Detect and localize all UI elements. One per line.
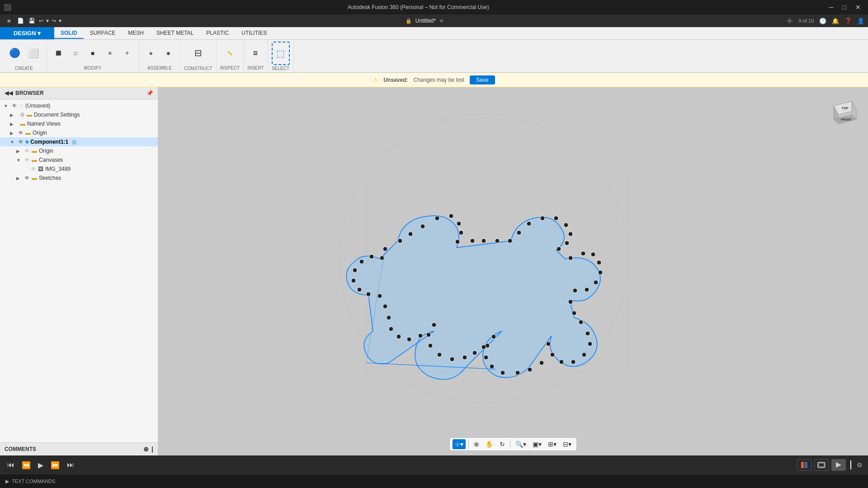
app-menu-icon[interactable]: ≡ (4, 18, 14, 24)
add-comment-btn[interactable]: ⊕ (143, 446, 149, 453)
tab-surface[interactable]: SURFACE (84, 28, 122, 39)
anim-first-btn[interactable]: ⏮ (5, 459, 16, 471)
browser-item-named-views-label: Named Views (27, 121, 61, 127)
tab-solid[interactable]: SOLID (54, 28, 84, 39)
user-icon[interactable]: 👤 (857, 18, 864, 24)
modify-btn2[interactable]: ◻ (67, 45, 84, 61)
help-icon[interactable]: ❓ (844, 18, 852, 24)
modify-btn4[interactable]: ⊕ (102, 45, 118, 61)
display-settings-btn[interactable]: ⊟▾ (561, 439, 574, 449)
pan-tool-btn[interactable]: ✋ (483, 439, 495, 449)
select-btn[interactable]: ⬚ (272, 42, 290, 65)
browser-item-doc-settings[interactable]: ▶ ⚙ ▬ Document Settings (0, 110, 158, 119)
redo-btn[interactable]: ↪ (50, 18, 58, 24)
view-box-btn[interactable]: ▣▾ (530, 439, 544, 449)
browser-item-origin2[interactable]: ▶ 👁 ▬ Origin (0, 146, 158, 155)
text-commands-bar[interactable]: ▶ TEXT COMMANDS (0, 474, 868, 488)
sidebar-pin-icon[interactable]: 📌 (146, 90, 153, 96)
svg-point-62 (377, 294, 382, 298)
select-mode-btn[interactable]: ⊹▾ (453, 439, 466, 449)
close-button[interactable]: ✕ (852, 2, 864, 13)
settings-gear-icon[interactable]: ⚙ (857, 461, 863, 469)
component-icon: ■ (25, 139, 28, 145)
vis-icon-sketches[interactable]: 👁 (24, 175, 30, 181)
file-btn[interactable]: 📄 (14, 18, 27, 24)
save-button[interactable]: Save (470, 75, 495, 84)
svg-point-38 (550, 352, 555, 357)
vis-icon-img[interactable]: 👁 (31, 166, 36, 172)
vis-icon-component1[interactable]: 👁 (18, 139, 24, 145)
browser-item-img3489[interactable]: 👁 🖼 IMG_3489 (0, 164, 158, 174)
orbit-tool-btn[interactable]: ↻ (497, 439, 507, 449)
modify-btn3[interactable]: ◼ (85, 45, 101, 61)
browser-item-origin[interactable]: ▶ 👁 ▬ Origin (0, 128, 158, 137)
toggle-origin2[interactable]: ▶ (16, 149, 23, 154)
tab-plastic[interactable]: PLASTIC (200, 28, 235, 39)
tab-sheet-metal[interactable]: SHEET METAL (150, 28, 200, 39)
vis-icon-origin2[interactable]: 👁 (24, 148, 30, 154)
bell-icon[interactable]: 🔔 (832, 18, 839, 24)
browser-item-root[interactable]: ▼ 👁 ◻ (Unsaved) (0, 101, 158, 110)
viewport-canvas[interactable]: TOP FRONT ⊹▾ ⊕ ✋ ↻ 🔍▾ ▣▾ ⊞▾ ⊟▾ (158, 87, 868, 455)
toggle-origin[interactable]: ▶ (10, 131, 16, 136)
svg-point-15 (527, 221, 531, 226)
svg-point-47 (491, 334, 496, 339)
browser-item-sketches[interactable]: ▶ 👁 ▬ Sketches (0, 174, 158, 183)
assemble-btn2[interactable]: ◉ (160, 45, 176, 61)
unsaved-message: Changes may be lost (413, 77, 464, 83)
create-extrude-btn[interactable]: ⬜ (24, 42, 42, 65)
browser-item-component1[interactable]: ▼ 👁 ■ Component1:1 ◎ (0, 137, 158, 146)
main-area: ◀◀ BROWSER 📌 ▼ 👁 ◻ (Unsaved) ▶ ⚙ ▬ Docum… (0, 87, 868, 455)
toggle-doc-settings[interactable]: ▶ (10, 113, 16, 117)
clock-icon[interactable]: 🕐 (819, 18, 826, 24)
construct-btn[interactable]: ⊟ (189, 42, 207, 65)
browser-item-canvases[interactable]: ▼ 👁 ▬ Canvases (0, 155, 158, 164)
nav-add-btn[interactable]: ➕ (787, 18, 793, 24)
sketch-canvas (158, 87, 868, 440)
tab-mesh[interactable]: MESH (122, 28, 150, 39)
save-quick-btn[interactable]: 💾 (27, 18, 37, 24)
anim-last-btn[interactable]: ⏭ (65, 459, 76, 471)
close-doc-btn[interactable]: ✕ (439, 18, 443, 24)
create-solid-btn[interactable]: 🔵 (5, 42, 24, 65)
toggle-named-views[interactable]: ▶ (10, 122, 16, 127)
toggle-root[interactable]: ▼ (4, 103, 10, 108)
inspect-btn1[interactable]: 📏 (222, 45, 238, 61)
anim-next-btn[interactable]: ⏩ (49, 459, 61, 471)
toolbar-divider-2 (510, 440, 510, 449)
create-group: 🔵 ⬜ CREATE (2, 40, 47, 72)
vis-icon-root[interactable]: 👁 (12, 103, 17, 109)
tab-utilities[interactable]: UTILITIES (235, 28, 273, 39)
comments-collapse-btn[interactable]: | (151, 446, 153, 453)
vis-icon-origin[interactable]: 👁 (18, 130, 24, 136)
zoom-tool-btn[interactable]: 🔍▾ (513, 439, 528, 449)
toggle-sketches[interactable]: ▶ (16, 176, 23, 181)
grid-btn[interactable]: ⊞▾ (546, 439, 559, 449)
anim-tool1-btn[interactable] (797, 459, 811, 471)
svg-point-48 (481, 345, 486, 349)
anim-prev-btn[interactable]: ⏪ (20, 459, 33, 471)
assemble-btn1[interactable]: ◈ (143, 45, 159, 61)
undo-arrow[interactable]: ▾ (45, 18, 50, 24)
move-tool-btn[interactable]: ⊕ (472, 439, 481, 449)
modify-btn1[interactable]: ⬛ (50, 45, 66, 61)
anim-tool2-btn[interactable] (814, 459, 829, 471)
anim-play-btn[interactable]: ▶ (36, 459, 45, 471)
vis-icon-canvases[interactable]: 👁 (24, 157, 30, 163)
svg-text:TOP: TOP (842, 107, 849, 110)
toggle-canvases[interactable]: ▼ (16, 158, 23, 163)
modify-btn5[interactable]: ✛ (119, 45, 135, 61)
svg-point-34 (588, 342, 592, 346)
view-cube[interactable]: TOP FRONT (825, 94, 861, 131)
sidebar-collapse-icon[interactable]: ◀◀ (5, 90, 13, 96)
browser-item-named-views[interactable]: ▶ ▬ Named Views (0, 119, 158, 128)
minimize-button[interactable]: ─ (826, 2, 837, 13)
insert-btn1[interactable]: 🖼 (247, 45, 264, 61)
toggle-component1[interactable]: ▼ (10, 140, 16, 145)
maximize-button[interactable]: □ (839, 2, 850, 13)
anim-tool3-btn[interactable] (831, 459, 846, 471)
redo-arrow[interactable]: ▾ (58, 18, 62, 24)
browser-item-component1-label: Component1:1 (30, 139, 68, 145)
undo-btn[interactable]: ↩ (37, 18, 45, 24)
design-button[interactable]: DESIGN ▾ (0, 27, 54, 39)
